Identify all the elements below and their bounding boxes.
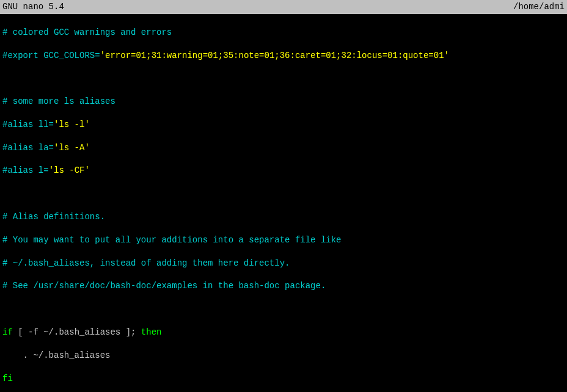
nano-app-name: GNU nano 5.4 xyxy=(2,1,64,13)
code-line: #alias la='ls -A' xyxy=(2,142,565,154)
code-line: # See /usr/share/doc/bash-doc/examples i… xyxy=(2,280,565,292)
code-line: # Alias definitions. xyxy=(2,211,565,223)
nano-title-bar: GNU nano 5.4 /home/admi xyxy=(0,0,567,14)
code-line: #alias ll='ls -l' xyxy=(2,119,565,131)
code-line: fi xyxy=(2,373,565,385)
code-line: # colored GCC warnings and errors xyxy=(2,27,565,38)
code-line: . ~/.bash_aliases xyxy=(2,350,565,361)
code-line xyxy=(2,73,565,84)
nano-filepath: /home/admi xyxy=(513,1,565,13)
code-line: #export GCC_COLORS='error=01;31:warning=… xyxy=(2,50,565,62)
code-line: #alias l='ls -CF' xyxy=(2,165,565,176)
code-line xyxy=(2,303,565,315)
code-line: # You may want to put all your additions… xyxy=(2,234,565,246)
code-line: if [ -f ~/.bash_aliases ]; then xyxy=(2,327,565,338)
code-line xyxy=(2,188,565,200)
editor-area[interactable]: # colored GCC warnings and errors #expor… xyxy=(0,14,567,392)
code-line: # some more ls aliases xyxy=(2,96,565,107)
code-line: # ~/.bash_aliases, instead of adding the… xyxy=(2,258,565,269)
